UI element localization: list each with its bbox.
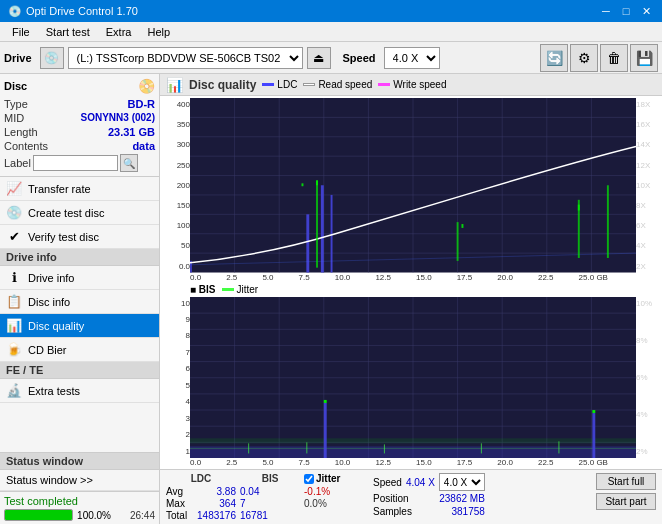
verify-test-disc-label: Verify test disc: [28, 231, 99, 243]
sidebar-item-transfer-rate[interactable]: 📈 Transfer rate: [0, 177, 159, 201]
disc-panel-icon[interactable]: 📀: [138, 78, 155, 94]
lower-y-axis-left: 10987654321: [162, 297, 190, 458]
contents-label: Contents: [4, 140, 48, 152]
svg-rect-20: [321, 185, 324, 272]
lower-y-axis-right: 10%8%6%4%2%: [636, 297, 660, 458]
bis-stats: BIS 0.04 7 16781: [240, 473, 300, 521]
create-test-disc-label: Create test disc: [28, 207, 104, 219]
svg-rect-56: [306, 442, 307, 453]
sidebar-item-drive-info[interactable]: ℹ Drive info: [0, 266, 159, 290]
jitter-max-row: 0.0%: [304, 498, 369, 509]
disc-panel: Disc 📀 Type BD-R MID SONYNN3 (002) Lengt…: [0, 74, 159, 177]
speed-position-stats: Speed 4.04 X 4.0 X Position 23862 MB Sam…: [373, 473, 485, 517]
drive-select[interactable]: (L:) TSSTcorp BDDVDW SE-506CB TS02: [68, 47, 303, 69]
cd-bier-label: CD Bier: [28, 344, 67, 356]
progress-bar-inner: [5, 510, 72, 520]
samples-row: Samples 381758: [373, 506, 485, 517]
legend-write-speed: Write speed: [378, 79, 446, 90]
type-value: BD-R: [128, 98, 156, 110]
legend-read-speed-dot: [303, 83, 315, 86]
svg-rect-50: [190, 438, 636, 443]
legend-jitter-dot: [222, 288, 234, 291]
svg-rect-58: [481, 443, 482, 453]
drive-bar: Drive 💿 (L:) TSSTcorp BDDVDW SE-506CB TS…: [0, 42, 662, 74]
save-button[interactable]: 💾: [630, 44, 658, 72]
menu-help[interactable]: Help: [139, 24, 178, 40]
lower-chart-header: ■ BIS Jitter: [162, 282, 660, 297]
speed-val: 4.04 X: [406, 477, 435, 488]
sidebar-item-disc-info[interactable]: 📋 Disc info: [0, 290, 159, 314]
menu-extra[interactable]: Extra: [98, 24, 140, 40]
bis-header: BIS: [240, 473, 300, 484]
bis-total-val: 16781: [240, 510, 268, 521]
svg-rect-59: [558, 441, 559, 453]
samples-label: Samples: [373, 506, 412, 517]
svg-rect-55: [248, 443, 249, 453]
erase-button[interactable]: 🗑: [600, 44, 628, 72]
speed-label: Speed: [343, 52, 376, 64]
sidebar-item-disc-quality[interactable]: 📊 Disc quality: [0, 314, 159, 338]
speed-select[interactable]: 4.0 X: [384, 47, 440, 69]
time-text: 26:44: [115, 510, 155, 521]
jitter-avg-row: -0.1%: [304, 486, 369, 497]
progress-text: 100.0%: [77, 510, 111, 521]
sidebar-item-status-window[interactable]: Status window >>: [0, 470, 159, 491]
jitter-header: Jitter: [316, 473, 340, 484]
chart-header-icon: 📊: [166, 77, 183, 93]
start-part-button[interactable]: Start part: [596, 493, 656, 510]
position-val: 23862 MB: [439, 493, 485, 504]
sidebar-item-cd-bier[interactable]: 🍺 CD Bier: [0, 338, 159, 362]
menu-start-test[interactable]: Start test: [38, 24, 98, 40]
svg-rect-27: [457, 222, 459, 261]
start-full-button[interactable]: Start full: [596, 473, 656, 490]
upper-y-axis-right: 18X16X14X12X10X8X6X4X2X: [636, 98, 660, 273]
ldc-total-val: 1483176: [197, 510, 236, 521]
cd-bier-icon: 🍺: [6, 342, 22, 357]
legend-read-speed: Read speed: [303, 79, 372, 90]
position-row: Position 23862 MB: [373, 493, 485, 504]
jitter-avg-val: -0.1%: [304, 486, 330, 497]
legend-ldc-dot: [262, 83, 274, 86]
speed-select-stats[interactable]: 4.0 X: [439, 473, 485, 491]
legend-ldc: LDC: [262, 79, 297, 90]
menu-file[interactable]: File: [4, 24, 38, 40]
sidebar-item-create-test-disc[interactable]: 💿 Create test disc: [0, 201, 159, 225]
sidebar-item-extra-tests[interactable]: 🔬 Extra tests: [0, 379, 159, 403]
lower-chart-svg: [190, 297, 636, 458]
speed-header: Speed: [373, 477, 402, 488]
settings-button[interactable]: ⚙: [570, 44, 598, 72]
title-bar-controls: ─ □ ✕: [598, 3, 654, 19]
label-label: Label: [4, 157, 31, 169]
upper-x-axis: 0.02.55.07.510.012.515.017.520.022.525.0…: [162, 273, 660, 282]
bis-avg-row: 0.04: [240, 486, 300, 497]
bis-max-row: 7: [240, 498, 300, 509]
ldc-avg-val: 3.88: [217, 486, 236, 497]
eject-button[interactable]: ⏏: [307, 47, 331, 69]
progress-area: Test completed 100.0% 26:44: [0, 491, 159, 524]
lower-chart-container: 10987654321: [162, 297, 660, 458]
close-button[interactable]: ✕: [638, 3, 654, 19]
drive-info-section-header: Drive info: [0, 249, 159, 266]
drive-icon: 💿: [40, 47, 64, 69]
refresh-button[interactable]: 🔄: [540, 44, 568, 72]
disc-info-label: Disc info: [28, 296, 70, 308]
maximize-button[interactable]: □: [618, 3, 634, 19]
label-input[interactable]: [33, 155, 118, 171]
disc-panel-title: Disc: [4, 80, 27, 92]
app-icon: 💿: [8, 5, 22, 18]
lower-chart-title: ■ BIS: [190, 284, 216, 295]
label-search-button[interactable]: 🔍: [120, 154, 138, 172]
speed-row: Speed 4.04 X 4.0 X: [373, 473, 485, 491]
legend-write-speed-label: Write speed: [393, 79, 446, 90]
chart-area: 📊 Disc quality LDC Read speed Write spee…: [160, 74, 662, 524]
jitter-checkbox[interactable]: [304, 474, 314, 484]
sidebar-item-verify-test-disc[interactable]: ✔ Verify test disc: [0, 225, 159, 249]
jitter-header-row: Jitter: [304, 473, 369, 484]
minimize-button[interactable]: ─: [598, 3, 614, 19]
drive-info-label: Drive info: [28, 272, 74, 284]
avg-label-ldc: Avg: [166, 486, 183, 497]
status-window-label: Status window >>: [6, 474, 93, 486]
total-label-ldc: Total: [166, 510, 187, 521]
svg-rect-54: [592, 410, 595, 413]
svg-rect-52: [324, 399, 327, 402]
